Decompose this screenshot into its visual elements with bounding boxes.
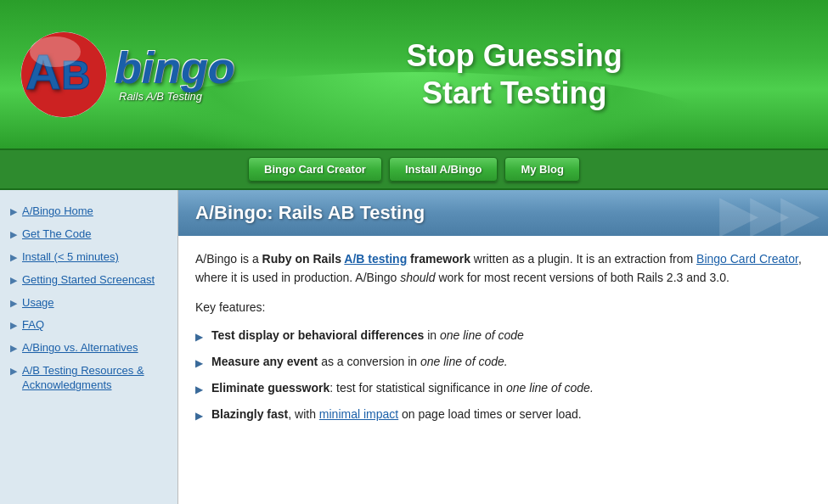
sidebar-arrow-icon: ▶: [10, 319, 17, 331]
ab-testing-link[interactable]: A/B testing: [344, 252, 407, 266]
feature-arrow-icon: ▶: [195, 356, 203, 371]
feature-item-2: ▶ Measure any event as a conversion in o…: [195, 353, 811, 371]
feature-arrow-icon: ▶: [195, 329, 203, 344]
sidebar-link-alternatives[interactable]: A/Bingo vs. Alternatives: [22, 341, 138, 356]
feature-bold-2: Measure any event: [211, 355, 318, 368]
svg-point-3: [30, 36, 81, 67]
feature-text-2: Measure any event as a conversion in one…: [211, 353, 508, 371]
header-tagline: Stop Guessing Start Testing: [235, 37, 828, 110]
feature-list: ▶ Test display or behavioral differences…: [195, 327, 811, 423]
bingo-card-creator-button[interactable]: Bingo Card Creator: [248, 157, 382, 182]
feature-italic-3: one line of code.: [506, 381, 594, 395]
install-abingo-button[interactable]: Install A/Bingo: [389, 157, 498, 182]
feature-item-3: ▶ Eliminate guesswork: test for statisti…: [195, 379, 811, 397]
sidebar-item-resources[interactable]: ▶ A/B Testing Resources & Acknowledgment…: [7, 360, 171, 397]
feature-item-4: ▶ Blazingly fast, with minimal impact on…: [195, 406, 811, 423]
sidebar-link-abingo-home[interactable]: A/Bingo Home: [22, 204, 93, 219]
sidebar-item-abingo-home[interactable]: ▶ A/Bingo Home: [7, 200, 171, 223]
logo-subtitle: Rails A/B Testing: [119, 90, 235, 103]
feature-bold-4: Blazingly fast: [211, 407, 288, 421]
sidebar-link-faq[interactable]: FAQ: [22, 318, 44, 333]
abingo-logo-icon: A B: [17, 28, 110, 121]
feature-text-4: Blazingly fast, with minimal impact on p…: [211, 406, 582, 423]
sidebar-arrow-icon: ▶: [10, 342, 17, 354]
sidebar-arrow-icon: ▶: [10, 297, 17, 309]
sidebar-link-getting-started[interactable]: Getting Started Screencast: [22, 273, 155, 288]
content-title: A/Bingo: Rails AB Testing: [195, 202, 811, 224]
sidebar-item-alternatives[interactable]: ▶ A/Bingo vs. Alternatives: [7, 337, 171, 360]
sidebar-item-get-the-code[interactable]: ▶ Get The Code: [7, 223, 171, 246]
sidebar-arrow-icon: ▶: [10, 228, 17, 240]
feature-text-3: Eliminate guesswork: test for statistica…: [211, 379, 594, 397]
key-features-label: Key features:: [195, 298, 811, 316]
my-blog-button[interactable]: My Blog: [504, 157, 580, 182]
sidebar-arrow-icon: ▶: [10, 274, 17, 286]
logo-bingo-text: bingo: [115, 46, 235, 90]
feature-bold-3: Eliminate guesswork: [211, 381, 330, 395]
feature-text-1: Test display or behavioral differences i…: [211, 327, 524, 344]
sidebar-link-get-the-code[interactable]: Get The Code: [22, 227, 91, 242]
sidebar: ▶ A/Bingo Home ▶ Get The Code ▶ Install …: [0, 190, 178, 504]
sidebar-link-install[interactable]: Install (< 5 minutes): [22, 250, 119, 265]
main-wrapper: ▶ A/Bingo Home ▶ Get The Code ▶ Install …: [0, 190, 828, 504]
header-title: Stop Guessing Start Testing: [235, 37, 794, 110]
sidebar-item-getting-started[interactable]: ▶ Getting Started Screencast: [7, 269, 171, 292]
feature-arrow-icon: ▶: [195, 382, 203, 397]
sidebar-arrow-icon: ▶: [10, 251, 17, 263]
content-header: A/Bingo: Rails AB Testing: [178, 190, 828, 236]
content-area: A/Bingo: Rails AB Testing A/Bingo is a R…: [178, 190, 828, 504]
intro-bold-rails: Ruby on Rails A/B testing framework: [262, 252, 470, 266]
feature-italic-1: one line of code: [440, 328, 524, 342]
feature-arrow-icon: ▶: [195, 408, 203, 423]
sidebar-link-resources[interactable]: A/B Testing Resources & Acknowledgments: [22, 364, 167, 393]
content-body: A/Bingo is a Ruby on Rails A/B testing f…: [178, 236, 828, 445]
bingo-card-creator-link[interactable]: Bingo Card Creator: [696, 252, 798, 266]
minimal-impact-link[interactable]: minimal impact: [319, 407, 398, 421]
sidebar-link-usage[interactable]: Usage: [22, 296, 54, 311]
page-header: A B bingo Rails A/B Testing Stop Guessin…: [0, 0, 828, 148]
logo-text: bingo Rails A/B Testing: [115, 46, 235, 103]
logo-area: A B bingo Rails A/B Testing: [0, 28, 235, 121]
intro-em-should: should: [400, 271, 435, 284]
navbar: Bingo Card Creator Install A/Bingo My Bl…: [0, 148, 828, 190]
sidebar-item-install[interactable]: ▶ Install (< 5 minutes): [7, 246, 171, 269]
intro-paragraph: A/Bingo is a Ruby on Rails A/B testing f…: [195, 249, 811, 288]
feature-italic-2: one line of code.: [420, 355, 508, 368]
sidebar-item-faq[interactable]: ▶ FAQ: [7, 314, 171, 337]
sidebar-arrow-icon: ▶: [10, 365, 17, 377]
feature-bold-1: Test display or behavioral differences: [211, 328, 424, 342]
sidebar-item-usage[interactable]: ▶ Usage: [7, 292, 171, 315]
feature-item-1: ▶ Test display or behavioral differences…: [195, 327, 811, 344]
sidebar-arrow-icon: ▶: [10, 205, 17, 217]
